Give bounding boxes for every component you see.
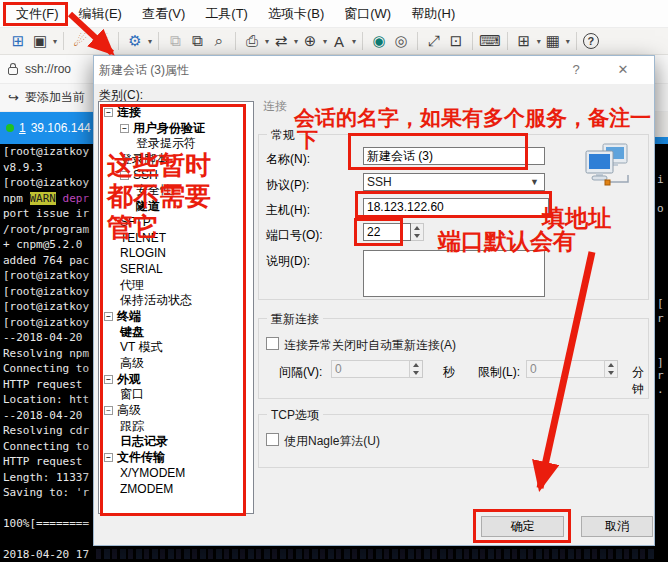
protocol-label: 协议(P): [266, 177, 309, 194]
terminal-line: --2018-04-20 [0, 408, 92, 424]
name-input[interactable] [363, 147, 545, 165]
tree-item-跟踪[interactable]: 跟踪 [99, 419, 253, 435]
description-textarea[interactable] [363, 250, 545, 297]
tree-item-键盘[interactable]: 键盘 [99, 325, 253, 341]
toolbar-separator [362, 32, 363, 50]
interval-spin-buttons[interactable] [410, 360, 423, 378]
copy-icon[interactable]: ⧉ [165, 31, 185, 52]
virtual-keyboard-icon[interactable]: ⌨ [479, 31, 501, 52]
open-folder-icon-dropdown[interactable]: ▾ [53, 37, 57, 46]
find-icon[interactable]: ⌕ [209, 31, 229, 52]
tree-item-高级[interactable]: −高级 [99, 403, 253, 419]
tree-collapse-icon[interactable]: − [104, 312, 113, 321]
host-input[interactable] [363, 198, 549, 216]
layout-icon-dropdown[interactable]: ▾ [566, 37, 570, 46]
port-input[interactable] [363, 223, 411, 241]
terminal-edge-char: r [657, 312, 664, 325]
menu-item-7[interactable]: 帮助(H) [401, 1, 465, 27]
category-tree[interactable]: −连接−用户身份验证登录提示符登录脚本−SSH安全性隧道SFTPTELNETRL… [98, 101, 254, 514]
menu-item-3[interactable]: 查看(V) [132, 1, 195, 27]
menu-item-4[interactable]: 工具(T) [195, 1, 258, 27]
tree-item-VT 模式[interactable]: VT 模式 [99, 340, 253, 356]
encoding-globe-icon-dropdown[interactable]: ▾ [323, 37, 327, 46]
tree-item-用户身份验证[interactable]: −用户身份验证 [99, 121, 253, 137]
session-tab[interactable]: 1 39.106.144 [0, 112, 93, 144]
terminal-line: --2018-04-20 [0, 330, 92, 346]
terminal-line: HTTP request [0, 377, 92, 393]
interval-stepper [331, 360, 423, 378]
print-icon[interactable]: ⎙ [242, 31, 262, 52]
session-properties-icon-dropdown[interactable]: ▾ [148, 37, 152, 46]
open-folder-icon[interactable]: ▣ [30, 31, 50, 52]
tree-collapse-icon[interactable]: − [104, 375, 113, 384]
tree-item-保持活动状态[interactable]: 保持活动状态 [99, 293, 253, 309]
tree-item-X/YMODEM[interactable]: X/YMODEM [99, 466, 253, 482]
encoding-globe-icon[interactable]: ⊕ [300, 31, 320, 52]
terminal-line [0, 532, 92, 548]
menu-item-2[interactable]: 编辑(E) [69, 1, 132, 27]
protocol-value: SSH [367, 175, 392, 189]
tree-item-RLOGIN[interactable]: RLOGIN [99, 246, 253, 262]
session-properties-icon[interactable]: ⚙ [125, 31, 145, 52]
connect-icon[interactable]: ☄ [70, 31, 90, 52]
xshell-icon[interactable]: ◉ [369, 31, 389, 52]
transfer-icon-dropdown[interactable]: ▾ [294, 37, 298, 46]
lock-screen-icon[interactable]: ⊡ [446, 31, 466, 52]
tree-item-日志记录[interactable]: 日志记录 [99, 434, 253, 450]
font-icon-dropdown[interactable]: ▾ [352, 37, 356, 46]
tree-item-ZMODEM[interactable]: ZMODEM [99, 482, 253, 498]
disconnect-icon[interactable]: ☄ [92, 31, 112, 52]
tree-item-登录脚本[interactable]: 登录脚本 [99, 152, 253, 168]
tree-item-TELNET[interactable]: TELNET [99, 231, 253, 247]
toolbar-separator [158, 32, 159, 50]
print-icon-dropdown[interactable]: ▾ [265, 37, 269, 46]
transfer-icon[interactable]: ⇄ [271, 31, 291, 52]
tree-item-终端[interactable]: −终端 [99, 309, 253, 325]
tree-collapse-icon[interactable]: − [120, 124, 129, 133]
terminal-line: [root@izatkoy [0, 315, 92, 331]
protocol-select[interactable]: SSH ▼ [363, 173, 545, 191]
address-text: ssh://roo [25, 62, 71, 76]
menu-item-1[interactable]: 文件(F) [6, 1, 69, 27]
port-spin-buttons[interactable] [411, 223, 424, 241]
terminal-edge-char: i [657, 173, 664, 186]
nagle-checkbox[interactable] [266, 433, 279, 446]
limit-spin-buttons[interactable] [605, 360, 618, 378]
tree-item-窗口[interactable]: 窗口 [99, 387, 253, 403]
cancel-button[interactable]: 取消 [581, 516, 653, 537]
tree-item-外观[interactable]: −外观 [99, 372, 253, 388]
tree-item-安全性[interactable]: 安全性 [99, 183, 253, 199]
limit-input[interactable] [526, 360, 605, 378]
tree-collapse-icon[interactable]: − [104, 453, 113, 462]
tree-item-连接[interactable]: −连接 [99, 105, 253, 121]
tree-item-label: 保持活动状态 [120, 293, 192, 309]
reconnect-checkbox[interactable] [266, 337, 279, 350]
fullscreen-icon[interactable]: ⤢ [424, 31, 444, 52]
tree-collapse-icon[interactable]: − [104, 406, 113, 415]
tree-collapse-icon[interactable]: − [104, 108, 113, 117]
tree-item-SERIAL[interactable]: SERIAL [99, 262, 253, 278]
dialog-close-button[interactable]: ✕ [608, 60, 638, 80]
new-session-icon[interactable]: ⊞ [8, 31, 28, 52]
font-icon[interactable]: A [329, 31, 349, 52]
tree-item-SFTP[interactable]: SFTP [99, 215, 253, 231]
tree-collapse-icon[interactable]: − [120, 171, 129, 180]
xftp-icon[interactable]: ◎ [391, 31, 411, 52]
interval-input[interactable] [331, 360, 410, 378]
tree-item-代理[interactable]: 代理 [99, 278, 253, 294]
new-window-icon-dropdown[interactable]: ▾ [537, 37, 541, 46]
help-icon[interactable]: ? [583, 33, 599, 49]
tree-item-登录提示符[interactable]: 登录提示符 [99, 136, 253, 152]
port-label: 端口号(O): [266, 227, 323, 244]
menu-item-6[interactable]: 窗口(W) [334, 1, 401, 27]
ok-button[interactable]: 确定 [481, 516, 564, 537]
tree-item-文件传输[interactable]: −文件传输 [99, 450, 253, 466]
layout-icon[interactable]: ▦ [543, 31, 563, 52]
tree-item-隧道[interactable]: 隧道 [99, 199, 253, 215]
new-window-icon[interactable]: ⊞ [514, 31, 534, 52]
dialog-help-button[interactable]: ? [561, 60, 591, 80]
tree-item-高级[interactable]: 高级 [99, 356, 253, 372]
paste-icon[interactable]: ⧉ [187, 31, 207, 52]
menu-item-5[interactable]: 选项卡(B) [258, 1, 334, 27]
tree-item-SSH[interactable]: −SSH [99, 168, 253, 184]
